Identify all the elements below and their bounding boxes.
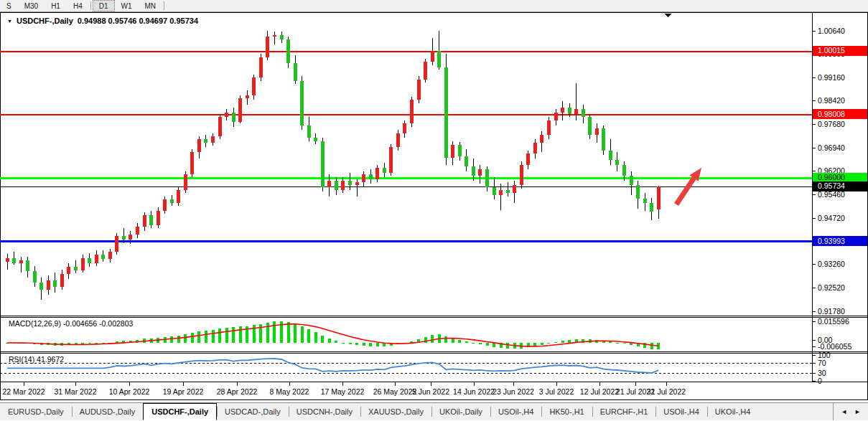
svg-text:12 Jul 2022: 12 Jul 2022 — [580, 387, 619, 396]
svg-text:0.95734: 0.95734 — [818, 181, 845, 190]
symbol-tab-eurusd-daily[interactable]: EURUSD-,Daily — [0, 403, 72, 420]
symbol-tab-ukoil-h4[interactable]: UKOil-,H4 — [707, 403, 759, 420]
symbol-tab-ukoil-daily[interactable]: UKOil-,Daily — [431, 403, 490, 420]
svg-text:0.97680: 0.97680 — [818, 120, 845, 128]
chart-ohlc-values: 0.94988 0.95746 0.94697 0.95734 — [78, 16, 198, 25]
symbol-tab-xauusd-daily[interactable]: XAUUSD-,Daily — [360, 403, 431, 420]
svg-text:5 Jun 2022: 5 Jun 2022 — [412, 387, 449, 396]
svg-text:0.94720: 0.94720 — [818, 214, 845, 222]
svg-text:26 May 2022: 26 May 2022 — [373, 387, 417, 396]
svg-text:31 Mar 2022: 31 Mar 2022 — [55, 387, 97, 396]
symbol-tab-hk50-h1[interactable]: HK50-,H1 — [541, 403, 592, 420]
svg-text:10 Apr 2022: 10 Apr 2022 — [109, 387, 150, 396]
tab-scroll-arrows: ◄► — [833, 403, 868, 420]
chart-canvas[interactable]: 1.006400.999000.991600.984200.976800.969… — [0, 0, 868, 421]
svg-text:0: 0 — [818, 377, 822, 385]
symbol-tab-usdcnh-daily[interactable]: USDCNH-,Daily — [289, 403, 360, 420]
symbol-tab-bar: EURUSD-,DailyAUDUSD-,DailyUSDCHF-,DailyU… — [0, 402, 868, 420]
svg-text:0.99160: 0.99160 — [818, 73, 845, 82]
svg-text:28 Apr 2022: 28 Apr 2022 — [217, 387, 258, 396]
svg-text:0.015596: 0.015596 — [818, 317, 849, 326]
svg-text:23 Jun 2022: 23 Jun 2022 — [493, 387, 534, 396]
svg-text:0.93993: 0.93993 — [818, 237, 845, 245]
tab-scroll-right-icon[interactable]: ► — [854, 408, 861, 415]
svg-text:31 Jul 2022: 31 Jul 2022 — [647, 387, 686, 396]
chart-dropdown-icon[interactable]: ▼ — [7, 19, 12, 24]
svg-text:0.96940: 0.96940 — [818, 143, 845, 152]
symbol-tab-usoil-h4[interactable]: USOil-,H4 — [490, 403, 542, 420]
tab-scroll-left-icon[interactable]: ◄ — [841, 408, 847, 415]
svg-text:0.93260: 0.93260 — [818, 260, 845, 268]
symbol-tab-usdcad-daily[interactable]: USDCAD-,Daily — [217, 403, 289, 420]
symbol-tab-eurchf-h1[interactable]: EURCHF-,H1 — [592, 403, 656, 420]
symbol-tab-usoil-h4[interactable]: USOil-,H4 — [655, 403, 707, 420]
svg-text:1.00640: 1.00640 — [818, 27, 845, 35]
svg-text:8 May 2022: 8 May 2022 — [270, 387, 309, 396]
svg-text:0.91780: 0.91780 — [818, 307, 845, 316]
svg-text:19 Apr 2022: 19 Apr 2022 — [163, 387, 204, 396]
macd-indicator-label: MACD(12,26,9) -0.004656 -0.002803 — [9, 319, 133, 328]
chart-symbol-label: USDCHF-,Daily — [17, 16, 73, 25]
svg-text:17 May 2022: 17 May 2022 — [321, 387, 365, 396]
svg-text:-0.006055: -0.006055 — [818, 342, 851, 351]
svg-text:14 Jun 2022: 14 Jun 2022 — [453, 387, 495, 396]
chart-title: ▼ USDCHF-,Daily 0.94988 0.95746 0.94697 … — [7, 16, 198, 25]
svg-text:70: 70 — [818, 359, 826, 367]
svg-text:1.00015: 1.00015 — [818, 46, 845, 55]
rsi-indicator-label: RSI(14) 41.9672 — [9, 355, 64, 364]
svg-text:0.96000: 0.96000 — [818, 173, 845, 181]
svg-text:22 Mar 2022: 22 Mar 2022 — [3, 387, 45, 396]
svg-text:0.95460: 0.95460 — [818, 190, 845, 199]
svg-text:0.92520: 0.92520 — [818, 283, 845, 292]
svg-text:3 Jul 2022: 3 Jul 2022 — [539, 387, 574, 396]
trading-terminal-window: SM30H1H4D1W1MN ▼ USDCHF-,Daily 0.94988 0… — [0, 0, 868, 421]
svg-text:0.98420: 0.98420 — [818, 96, 845, 105]
svg-text:0.98008: 0.98008 — [818, 110, 845, 118]
symbol-tab-audusd-daily[interactable]: AUDUSD-,Daily — [72, 403, 144, 420]
symbol-tab-usdchf-daily[interactable]: USDCHF-,Daily — [143, 403, 217, 420]
